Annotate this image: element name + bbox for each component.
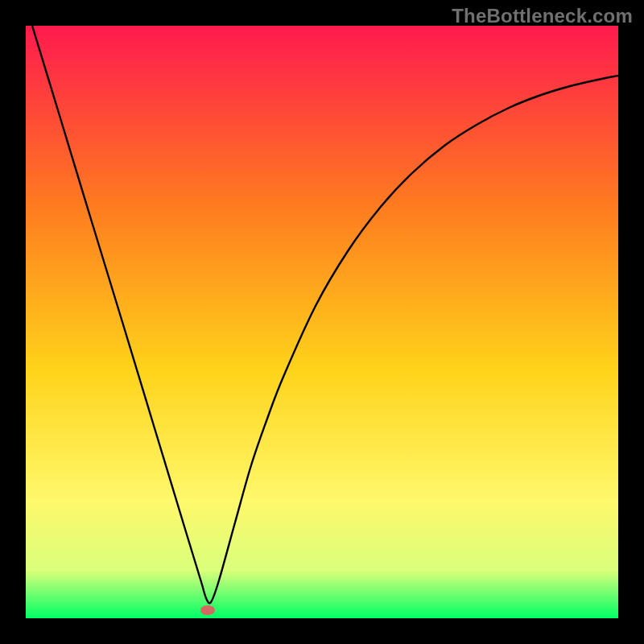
bottleneck-curve: [26, 26, 618, 618]
plot-surface: [26, 26, 618, 618]
chart-area: [26, 26, 618, 618]
watermark-text: TheBottleneck.com: [452, 5, 633, 27]
minimum-marker: [200, 605, 215, 615]
